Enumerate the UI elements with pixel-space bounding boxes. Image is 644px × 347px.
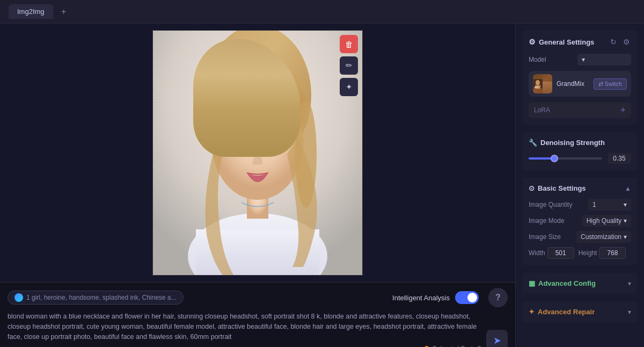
image-mode-label: Image Mode bbox=[529, 217, 565, 225]
tag-text: 1 girl, heroine, handsome, splashed ink,… bbox=[26, 294, 177, 301]
canvas-wrapper: 🗑 ✏ ✦ bbox=[0, 24, 515, 282]
model-dropdown-chevron: ▾ bbox=[582, 56, 585, 63]
advanced-config-title: ▦ Advanced Config bbox=[529, 279, 596, 287]
image-mode-chevron: ▾ bbox=[624, 217, 627, 225]
model-thumb-svg: v1.0 bbox=[533, 74, 543, 93]
gear-button[interactable]: ⚙ bbox=[622, 37, 631, 47]
lora-label: LoRA bbox=[534, 106, 550, 114]
add-icon: + bbox=[61, 7, 66, 17]
prompt-input-area: blond woman with a blue necklace and flo… bbox=[8, 312, 481, 347]
svg-point-15 bbox=[536, 80, 540, 85]
width-group: Width bbox=[529, 247, 574, 259]
prompt-tag-badge[interactable]: 1 girl, heroine, handsome, splashed ink,… bbox=[8, 291, 184, 305]
general-settings-section: ⚙ General Settings ↻ ⚙ Model ▾ bbox=[522, 30, 638, 125]
svg-text:v1.0: v1.0 bbox=[534, 86, 538, 89]
image-quantity-select[interactable]: 1 ▾ bbox=[588, 199, 631, 211]
svg-point-11 bbox=[267, 136, 280, 145]
image-quantity-chevron: ▾ bbox=[624, 201, 627, 208]
help-button[interactable]: ? bbox=[488, 288, 508, 307]
image-size-label: Image Size bbox=[529, 233, 561, 241]
prompt-text[interactable]: blond woman with a blue necklace and flo… bbox=[8, 312, 481, 342]
advanced-repair-section: ✦ Advanced Repair ▾ bbox=[522, 301, 638, 322]
switch-label: Switch bbox=[605, 81, 622, 87]
prompt-tags-row: 1 girl, heroine, handsome, splashed ink,… bbox=[8, 288, 508, 307]
image-mode-select[interactable]: High Quality ▾ bbox=[582, 215, 631, 227]
advanced-repair-chevron[interactable]: ▾ bbox=[628, 308, 631, 316]
tag-icon bbox=[14, 293, 23, 302]
model-row: Model ▾ bbox=[529, 54, 631, 66]
estimated-cost: Estimated Cost : 2 bbox=[8, 345, 481, 347]
advanced-config-label: Advanced Config bbox=[538, 279, 596, 287]
delete-icon: 🗑 bbox=[345, 40, 353, 49]
svg-point-6 bbox=[209, 60, 306, 151]
intelligent-analysis-row: Intelligent Analysis bbox=[392, 291, 479, 304]
lora-row: LoRA + bbox=[529, 102, 631, 118]
image-quantity-value: 1 bbox=[592, 201, 596, 208]
general-settings-actions: ↻ ⚙ bbox=[609, 37, 631, 47]
width-input[interactable] bbox=[547, 247, 574, 259]
image-size-row: Image Size Customization ▾ bbox=[529, 231, 631, 243]
basic-settings-section: ⊙ Basic Settings ▲ Image Quantity 1 ▾ Im… bbox=[522, 178, 638, 265]
refresh-icon: ↻ bbox=[610, 38, 617, 46]
image-mode-value: High Quality bbox=[587, 217, 621, 225]
advanced-config-header[interactable]: ▦ Advanced Config ▾ bbox=[529, 279, 631, 287]
tab-label: Img2Img bbox=[17, 8, 45, 16]
basic-settings-title: ⊙ Basic Settings bbox=[529, 184, 586, 192]
switch-button[interactable]: ⇄ Switch bbox=[594, 78, 627, 90]
denoising-value: 0.35 bbox=[608, 153, 631, 164]
canvas-actions: 🗑 ✏ ✦ bbox=[340, 35, 358, 96]
svg-point-13 bbox=[270, 138, 277, 144]
general-settings-title: ⚙ General Settings bbox=[529, 38, 594, 46]
advanced-repair-icon: ✦ bbox=[529, 308, 535, 316]
gear-icon: ⚙ bbox=[623, 38, 630, 46]
right-panel: ⚙ General Settings ↻ ⚙ Model ▾ bbox=[515, 24, 644, 347]
magic-icon: ✦ bbox=[346, 82, 353, 92]
basic-settings-chevron[interactable]: ▲ bbox=[625, 185, 631, 192]
portrait-display bbox=[153, 31, 362, 275]
denoising-title: 🔧 Denoising Strength bbox=[529, 139, 631, 147]
canvas-image bbox=[153, 31, 362, 275]
prompt-area: 1 girl, heroine, handsome, splashed ink,… bbox=[0, 282, 515, 347]
denoising-icon: 🔧 bbox=[529, 139, 537, 147]
slider-row: 0.35 bbox=[529, 153, 631, 164]
advanced-repair-title: ✦ Advanced Repair bbox=[529, 308, 595, 316]
refresh-button[interactable]: ↻ bbox=[609, 37, 618, 47]
basic-settings-label: Basic Settings bbox=[538, 184, 586, 192]
advanced-config-section: ▦ Advanced Config ▾ bbox=[522, 273, 638, 294]
model-dropdown[interactable]: ▾ bbox=[577, 54, 631, 66]
svg-point-8 bbox=[232, 135, 251, 146]
general-settings-header: ⚙ General Settings ↻ ⚙ bbox=[529, 37, 631, 47]
basic-settings-icon: ⊙ bbox=[529, 184, 535, 192]
tab-img2img[interactable]: Img2Img bbox=[9, 4, 53, 19]
svg-point-9 bbox=[264, 135, 283, 146]
main-layout: 🗑 ✏ ✦ 1 girl, heroine, handsome, splashe… bbox=[0, 24, 644, 347]
add-tab-button[interactable]: + bbox=[57, 5, 70, 18]
image-quantity-row: Image Quantity 1 ▾ bbox=[529, 199, 631, 211]
brush-button[interactable]: ✏ bbox=[340, 56, 358, 75]
delete-button[interactable]: 🗑 bbox=[340, 35, 358, 53]
intelligent-analysis-label: Intelligent Analysis bbox=[392, 294, 450, 302]
height-input[interactable] bbox=[599, 247, 626, 259]
advanced-config-chevron[interactable]: ▾ bbox=[628, 280, 631, 287]
model-label: Model bbox=[529, 56, 546, 63]
image-quantity-label: Image Quantity bbox=[529, 201, 572, 208]
size-row: Width Height bbox=[529, 247, 631, 259]
image-size-chevron: ▾ bbox=[624, 233, 627, 241]
image-size-select[interactable]: Customization ▾ bbox=[576, 231, 631, 243]
denoising-slider[interactable] bbox=[529, 157, 602, 160]
height-group: Height bbox=[579, 247, 626, 259]
width-label: Width bbox=[529, 249, 545, 257]
intelligent-analysis-toggle[interactable] bbox=[455, 291, 479, 304]
advanced-repair-header[interactable]: ✦ Advanced Repair ▾ bbox=[529, 308, 631, 316]
help-icon: ? bbox=[495, 293, 501, 302]
magic-button[interactable]: ✦ bbox=[340, 78, 358, 96]
lora-add-button[interactable]: + bbox=[620, 105, 626, 115]
general-settings-label: General Settings bbox=[539, 38, 594, 46]
image-size-value: Customization bbox=[581, 233, 621, 241]
basic-settings-header: ⊙ Basic Settings ▲ bbox=[529, 184, 631, 192]
denoising-label: Denoising Strength bbox=[540, 139, 605, 147]
height-label: Height bbox=[579, 249, 597, 257]
canvas-area: 🗑 ✏ ✦ 1 girl, heroine, handsome, splashe… bbox=[0, 24, 515, 347]
brush-icon: ✏ bbox=[346, 61, 353, 70]
send-button[interactable]: ➤ bbox=[486, 330, 508, 347]
